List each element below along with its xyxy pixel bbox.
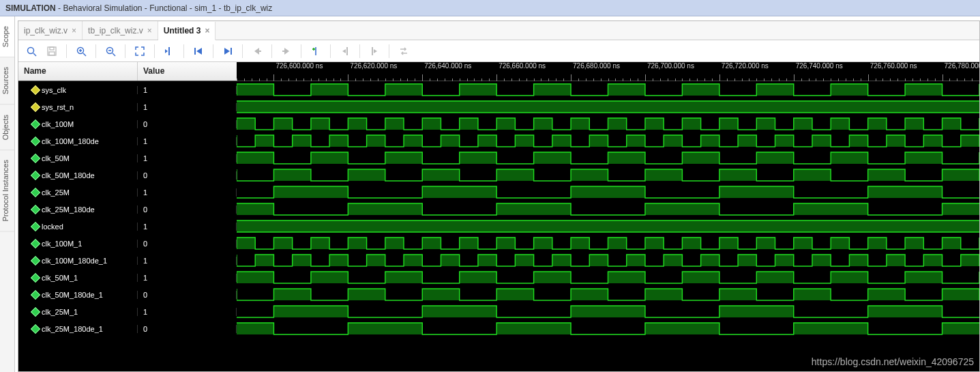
signal-value: 1: [138, 137, 237, 145]
svg-rect-169: [534, 272, 571, 283]
wave-row[interactable]: [237, 98, 979, 115]
svg-rect-25: [346, 47, 348, 55]
signal-row[interactable]: clk_50M_180de0: [18, 167, 237, 184]
wave-row[interactable]: [237, 286, 979, 303]
close-icon[interactable]: ×: [147, 26, 152, 35]
file-tab-0[interactable]: ip_clk_wiz.v×: [18, 21, 83, 40]
col-value[interactable]: Value: [138, 62, 237, 81]
svg-marker-18: [254, 48, 259, 55]
signal-name: sys_clk: [42, 86, 66, 94]
wave-row[interactable]: [237, 201, 979, 218]
file-tab-label: tb_ip_clk_wiz.v: [88, 26, 143, 35]
wave-row[interactable]: [237, 320, 979, 337]
signal-row[interactable]: clk_25M_11: [18, 303, 237, 320]
side-tab-protocol-instances[interactable]: Protocol Instances: [0, 150, 14, 232]
svg-rect-149: [404, 255, 422, 266]
file-tab-label: Untitled 3: [164, 26, 201, 35]
separator: [66, 44, 67, 58]
close-icon[interactable]: ×: [72, 26, 76, 35]
signal-name: clk_100M_180de: [42, 137, 99, 145]
add-marker-icon[interactable]: [308, 44, 323, 59]
time-ruler[interactable]: 726,600.000 ns726,620.000 ns726,640.000 …: [237, 62, 979, 81]
svg-line-1: [33, 53, 36, 56]
tick-label: 726,660.000 ns: [499, 62, 546, 70]
signal-value: 0: [138, 291, 237, 299]
svg-rect-12: [168, 47, 170, 55]
file-tab-2[interactable]: Untitled 3×: [158, 22, 216, 40]
title-rest: - Behavioral Simulation - Functional - s…: [56, 3, 272, 13]
signal-value: 0: [138, 171, 237, 180]
wave-row[interactable]: [237, 269, 979, 286]
next-edge-icon: [279, 44, 294, 59]
svg-rect-90: [460, 152, 496, 164]
svg-rect-140: [868, 238, 887, 249]
svg-rect-153: [552, 255, 571, 266]
svg-rect-165: [237, 272, 273, 283]
signal-row[interactable]: clk_100M0: [18, 115, 237, 132]
svg-rect-138: [794, 238, 812, 249]
signal-row[interactable]: clk_100M_10: [18, 235, 237, 252]
wave-row[interactable]: [237, 218, 979, 235]
svg-rect-184: [794, 289, 831, 300]
separator: [242, 44, 243, 58]
zoom-fit-icon[interactable]: [132, 44, 147, 59]
signal-row[interactable]: locked1: [18, 218, 237, 235]
svg-rect-37: [682, 84, 719, 96]
signal-row[interactable]: clk_50M_180de_10: [18, 286, 237, 303]
svg-rect-132: [571, 238, 589, 249]
side-tab-scope[interactable]: Scope: [0, 16, 14, 57]
svg-rect-183: [719, 289, 756, 300]
svg-rect-188: [422, 306, 496, 317]
svg-rect-46: [273, 118, 292, 130]
first-edge-icon[interactable]: [191, 44, 206, 59]
svg-line-6: [83, 53, 86, 56]
svg-rect-163: [923, 255, 942, 266]
search-icon[interactable]: [24, 44, 39, 59]
signal-row[interactable]: clk_100M_180de1: [18, 132, 237, 149]
svg-rect-61: [831, 118, 849, 130]
signal-row[interactable]: clk_25M_180de0: [18, 201, 237, 218]
wave-row[interactable]: [237, 303, 979, 320]
separator: [183, 44, 184, 58]
signal-row[interactable]: clk_25M_180de_10: [18, 320, 237, 337]
separator: [95, 44, 96, 58]
signal-row[interactable]: clk_100M_180de_11: [18, 252, 237, 269]
wave-row[interactable]: [237, 167, 979, 184]
close-icon[interactable]: ×: [205, 26, 209, 35]
zoom-out-icon[interactable]: [103, 44, 118, 59]
svg-rect-124: [273, 238, 292, 249]
wave-row[interactable]: [237, 132, 979, 149]
wave-row[interactable]: [237, 235, 979, 252]
title-bar: SIMULATION - Behavioral Simulation - Fun…: [0, 0, 980, 16]
svg-rect-182: [645, 289, 682, 300]
signal-row[interactable]: sys_clk1: [18, 81, 237, 98]
side-tab-objects[interactable]: Objects: [0, 105, 14, 150]
svg-rect-53: [534, 118, 552, 130]
signal-row[interactable]: clk_50M1: [18, 149, 237, 167]
zoom-in-icon[interactable]: [74, 44, 89, 59]
signal-name: clk_50M: [42, 154, 70, 162]
go-to-cursor-icon[interactable]: [162, 44, 177, 59]
svg-rect-21: [282, 51, 284, 52]
svg-rect-92: [608, 152, 645, 164]
svg-rect-167: [385, 272, 422, 283]
signal-row[interactable]: sys_rst_n1: [18, 98, 237, 115]
signal-value: 1: [138, 308, 237, 316]
wave-row[interactable]: [237, 184, 979, 201]
waveform-viewer[interactable]: 726,600.000 ns726,620.000 ns726,640.000 …: [237, 62, 979, 371]
side-tab-sources[interactable]: Sources: [0, 57, 14, 104]
file-tab-1[interactable]: tb_ip_clk_wiz.v×: [83, 21, 158, 40]
wave-row[interactable]: [237, 81, 979, 98]
wave-row[interactable]: [237, 115, 979, 132]
svg-rect-58: [719, 118, 738, 130]
svg-rect-113: [868, 186, 942, 198]
col-name[interactable]: Name: [18, 62, 138, 81]
svg-rect-85: [923, 135, 942, 147]
separator: [330, 44, 331, 58]
signal-row[interactable]: clk_25M1: [18, 184, 237, 201]
wave-row[interactable]: [237, 149, 979, 167]
signal-row[interactable]: clk_50M_11: [18, 269, 237, 286]
last-edge-icon[interactable]: [220, 44, 235, 59]
svg-rect-142: [942, 238, 961, 249]
wave-row[interactable]: [237, 252, 979, 269]
